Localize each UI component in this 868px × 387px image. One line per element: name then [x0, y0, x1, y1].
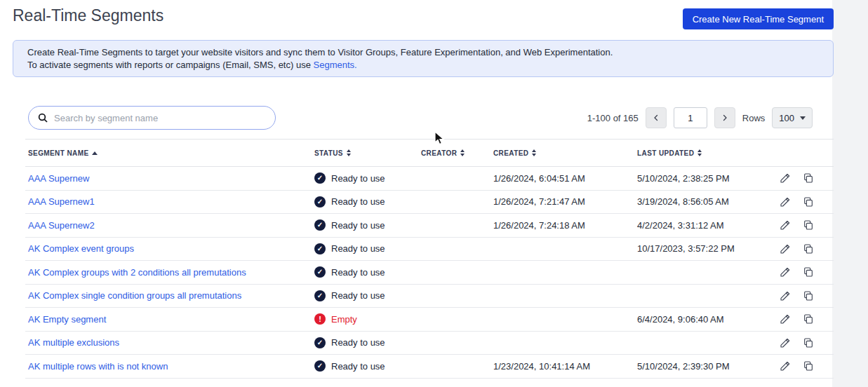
- search-box[interactable]: [28, 106, 276, 130]
- column-header-segment-name[interactable]: SEGMENT NAME: [25, 149, 314, 157]
- segment-name-cell: AK Complex single condition groups all p…: [25, 290, 314, 301]
- sort-icon: [532, 149, 536, 156]
- rows-per-page-select[interactable]: 100: [772, 107, 813, 128]
- segment-name-cell: AAA Supernew: [25, 173, 314, 184]
- duplicate-copy-icon[interactable]: [803, 172, 814, 184]
- row-actions: [772, 313, 834, 325]
- check-circle-icon: ✓: [314, 243, 326, 254]
- search-icon: [37, 112, 48, 123]
- table-row: AK Empty segment ! Empty 6/4/2024, 9:06:…: [25, 308, 834, 332]
- table-row: AK Complex event groups ✓ Ready to use 1…: [25, 238, 834, 262]
- edit-pencil-icon[interactable]: [780, 337, 791, 348]
- pagination: 1-100 of 165 Rows 100: [587, 107, 813, 129]
- row-actions: [772, 196, 834, 208]
- segment-name-cell: AAA Supernew1: [25, 196, 314, 207]
- rows-label: Rows: [742, 113, 766, 123]
- info-banner-line1: Create Real-Time Segments to target your…: [27, 46, 819, 59]
- segment-name-cell: AK multiple exclusions: [25, 337, 314, 348]
- create-segment-button[interactable]: Create New Real-Time Segment: [683, 8, 834, 29]
- segment-name-link[interactable]: AAA Supernew1: [28, 196, 95, 207]
- table-row: AAA Supernew1 ✓ Ready to use 1/26/2024, …: [25, 191, 834, 215]
- duplicate-copy-icon[interactable]: [803, 337, 814, 348]
- duplicate-copy-icon[interactable]: [803, 243, 814, 254]
- created-cell: 1/23/2024, 10:41:14 AM: [493, 361, 637, 372]
- page-background-gutter: [832, 0, 868, 387]
- column-header-creator[interactable]: CREATOR: [421, 149, 493, 157]
- edit-pencil-icon[interactable]: [780, 196, 791, 208]
- search-input[interactable]: [54, 113, 267, 123]
- row-actions: [772, 290, 834, 301]
- status-badge: ✓ Ready to use: [314, 243, 421, 254]
- column-header-last-updated[interactable]: LAST UPDATED: [637, 149, 772, 157]
- table-header: SEGMENT NAME STATUS CREATOR CREATED LAST…: [25, 139, 834, 167]
- edit-pencil-icon[interactable]: [780, 243, 791, 254]
- status-badge: ! Empty: [314, 313, 421, 325]
- info-banner: Create Real-Time Segments to target your…: [13, 40, 834, 77]
- check-circle-icon: ✓: [314, 219, 326, 231]
- segment-name-link[interactable]: AK multiple rows with is not known: [28, 361, 168, 372]
- segment-name-link[interactable]: AK multiple exclusions: [28, 337, 119, 348]
- segment-name-link[interactable]: AK Complex single condition groups all p…: [28, 290, 241, 301]
- prev-page-button[interactable]: [646, 107, 667, 128]
- status-badge: ✓ Ready to use: [314, 360, 421, 372]
- check-circle-icon: ✓: [314, 360, 326, 372]
- edit-pencil-icon[interactable]: [780, 266, 791, 278]
- segment-name-cell: AK multiple rows with is not known: [25, 361, 314, 372]
- status-badge: ✓ Ready to use: [314, 337, 421, 348]
- edit-pencil-icon[interactable]: [780, 172, 791, 184]
- chevron-right-icon: [721, 114, 729, 122]
- error-circle-icon: !: [314, 313, 326, 325]
- edit-pencil-icon[interactable]: [780, 313, 791, 325]
- segment-name-cell: AK Empty segment: [25, 314, 314, 325]
- segments-table: SEGMENT NAME STATUS CREATOR CREATED LAST…: [25, 139, 834, 379]
- segment-name-cell: AK Complex groups with 2 conditions all …: [25, 267, 314, 278]
- duplicate-copy-icon[interactable]: [803, 196, 814, 208]
- check-circle-icon: ✓: [314, 337, 326, 348]
- row-actions: [772, 360, 834, 372]
- sort-asc-icon: [92, 151, 98, 155]
- table-row: AK Complex single condition groups all p…: [25, 285, 834, 308]
- edit-pencil-icon[interactable]: [780, 290, 791, 301]
- segment-name-link[interactable]: AK Complex groups with 2 conditions all …: [28, 267, 246, 278]
- check-circle-icon: ✓: [314, 196, 326, 208]
- chevron-down-icon: [800, 116, 806, 120]
- check-circle-icon: ✓: [314, 266, 326, 278]
- duplicate-copy-icon[interactable]: [803, 266, 814, 278]
- status-badge: ✓ Ready to use: [314, 219, 421, 231]
- duplicate-copy-icon[interactable]: [803, 360, 814, 372]
- duplicate-copy-icon[interactable]: [803, 219, 814, 231]
- edit-pencil-icon[interactable]: [780, 360, 791, 372]
- page-number-input[interactable]: [674, 107, 707, 128]
- duplicate-copy-icon[interactable]: [803, 313, 814, 325]
- segment-name-link[interactable]: AAA Supernew2: [28, 220, 95, 231]
- segments-link[interactable]: Segments.: [314, 60, 357, 70]
- page-title: Real-Time Segments: [13, 6, 163, 25]
- row-actions: [772, 266, 834, 278]
- status-badge: ✓ Ready to use: [314, 290, 421, 301]
- info-banner-line2: To activate segments with reports or cam…: [27, 59, 819, 72]
- status-badge: ✓ Ready to use: [314, 172, 421, 184]
- table-row: AK multiple rows with is not known ✓ Rea…: [25, 355, 834, 379]
- column-header-created[interactable]: CREATED: [493, 149, 637, 157]
- last-updated-cell: 3/19/2024, 8:56:05 AM: [637, 196, 772, 207]
- segment-name-link[interactable]: AK Complex event groups: [28, 243, 134, 254]
- last-updated-cell: 5/10/2024, 2:38:25 PM: [637, 173, 772, 184]
- segment-name-link[interactable]: AAA Supernew: [28, 173, 89, 184]
- check-circle-icon: ✓: [314, 290, 326, 301]
- row-actions: [772, 172, 834, 184]
- segment-name-link[interactable]: AK Empty segment: [28, 314, 106, 325]
- last-updated-cell: 6/4/2024, 9:06:40 AM: [637, 314, 772, 325]
- column-header-status[interactable]: STATUS: [314, 149, 421, 157]
- row-actions: [772, 219, 834, 231]
- table-row: AK Complex groups with 2 conditions all …: [25, 261, 834, 285]
- created-cell: 1/26/2024, 7:24:18 AM: [493, 220, 637, 231]
- segment-name-cell: AAA Supernew2: [25, 220, 314, 231]
- edit-pencil-icon[interactable]: [780, 219, 791, 231]
- created-cell: 1/26/2024, 6:04:51 AM: [493, 173, 637, 184]
- check-circle-icon: ✓: [314, 172, 326, 184]
- row-actions: [772, 337, 834, 348]
- status-badge: ✓ Ready to use: [314, 266, 421, 278]
- duplicate-copy-icon[interactable]: [803, 290, 814, 301]
- table-row: AK multiple exclusions ✓ Ready to use: [25, 332, 834, 355]
- next-page-button[interactable]: [714, 107, 735, 128]
